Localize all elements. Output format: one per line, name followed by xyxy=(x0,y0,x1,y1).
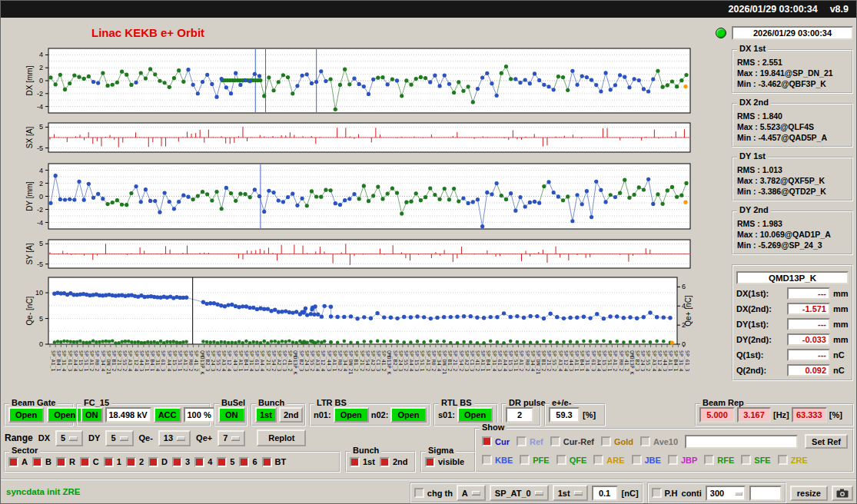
svg-text:SP_B4_1: SP_B4_1 xyxy=(485,350,491,371)
sector-2[interactable]: 2 xyxy=(126,457,144,467)
replot-button[interactable]: Replot xyxy=(257,429,306,446)
dropdown-value: 13 xyxy=(164,433,173,443)
svg-text:SP_44_3: SP_44_3 xyxy=(568,350,574,371)
show-ave10[interactable]: Ave10 xyxy=(640,436,678,446)
sector-5[interactable]: 5 xyxy=(217,457,234,467)
show-cur[interactable]: Cur xyxy=(482,436,510,446)
show-jbe[interactable]: JBE xyxy=(632,455,661,465)
sector-4[interactable]: 4 xyxy=(194,457,212,467)
stats-box-dx-2nd: DX 2ndRMS : 1.840Max : 5.523@QLF4SMin : … xyxy=(732,103,853,148)
show-rfe[interactable]: RFE xyxy=(704,455,734,465)
show-pfe[interactable]: PFE xyxy=(520,455,549,465)
resize-button[interactable]: resize xyxy=(790,486,828,501)
svg-text:SP_B2_3: SP_B2_3 xyxy=(634,350,640,371)
dropdown-value: 7 xyxy=(223,433,228,443)
svg-text:SP_31_4: SP_31_4 xyxy=(491,350,497,371)
checkbox-indicator xyxy=(425,457,435,467)
blank-field[interactable] xyxy=(749,486,782,501)
svg-text:SP_B4_1: SP_B4_1 xyxy=(673,350,679,371)
svg-text:SP_A2_3: SP_A2_3 xyxy=(276,350,282,371)
show-cur-ref[interactable]: Cur-Ref xyxy=(550,436,594,446)
checkbox-label: SFE xyxy=(754,456,770,465)
svg-text:SP_51_1: SP_51_1 xyxy=(513,350,519,371)
ltr-n01-open-button[interactable]: Open xyxy=(334,407,369,423)
svg-text:SP_41_2: SP_41_2 xyxy=(380,350,387,371)
sector-d[interactable]: D xyxy=(148,457,168,467)
bunch-1st-button[interactable]: 1st xyxy=(255,407,277,423)
checkbox-label: Ref xyxy=(530,437,543,446)
checkbox-indicator xyxy=(172,457,182,467)
bunch-group: Bunch 1st 2nd xyxy=(251,403,306,426)
bunch-dropdown[interactable]: 1st xyxy=(553,485,588,501)
svg-text:SP_A2_3: SP_A2_3 xyxy=(370,350,376,371)
svg-text:SP_R0_2: SP_R0_2 xyxy=(188,350,194,371)
range-dx-dropdown[interactable]: 5 xyxy=(55,430,83,446)
checkbox-label: 4 xyxy=(208,457,212,466)
sector-a[interactable]: A xyxy=(8,457,28,467)
fc15-acc-button[interactable]: ACC xyxy=(154,407,181,423)
range-qe-plus-dropdown[interactable]: 7 xyxy=(218,430,245,446)
show-qfe[interactable]: QFE xyxy=(556,455,587,465)
camera-button[interactable] xyxy=(832,486,853,501)
svg-text:SP_B4_1: SP_B4_1 xyxy=(149,350,155,371)
range-label: Range xyxy=(5,433,33,443)
svg-text:SP_44_3: SP_44_3 xyxy=(138,350,144,371)
fc15-on-button[interactable]: ON xyxy=(81,407,103,423)
range-qe-minus-dropdown[interactable]: 13 xyxy=(158,430,191,446)
rtl-s01-open-button[interactable]: Open xyxy=(457,407,493,423)
svg-text:SP_15_3: SP_15_3 xyxy=(507,350,513,371)
show-are[interactable]: ARE xyxy=(593,455,624,465)
range-dy-dropdown[interactable]: 5 xyxy=(105,430,133,446)
sector-c[interactable]: C xyxy=(80,457,99,467)
busel-on-button[interactable]: ON xyxy=(218,407,245,423)
optionmenu-indicator-icon xyxy=(231,436,240,440)
checkbox-label: A xyxy=(22,457,28,466)
bpm-dropdown[interactable]: SP_AT_0 xyxy=(490,485,549,501)
beam-gate-open-button-1[interactable]: Open xyxy=(8,407,44,423)
stats-box-dx-1st: DX 1stRMS : 2.551Max : 19.841@SP_DN_21Mi… xyxy=(732,49,853,94)
count-combobox[interactable]: 300 xyxy=(706,486,746,501)
bunch-2nd-button[interactable]: 2nd xyxy=(279,407,304,423)
checkbox-label: 1st xyxy=(363,457,375,466)
bunch-2nd[interactable]: 2nd xyxy=(380,457,408,467)
ref-name-input[interactable] xyxy=(685,435,798,449)
show-gold[interactable]: Gold xyxy=(601,436,633,446)
sector-bt[interactable]: BT xyxy=(262,457,287,467)
svg-text:SP_B4_1: SP_B4_1 xyxy=(243,350,249,371)
show-sfe[interactable]: SFE xyxy=(741,455,770,465)
checkbox-label: ZRE xyxy=(791,456,808,465)
svg-text:SP_41_2: SP_41_2 xyxy=(193,350,199,371)
threshold-field[interactable]: 0.1 xyxy=(592,486,618,501)
checkbox-indicator xyxy=(668,455,678,465)
set-ref-button[interactable]: Set Ref xyxy=(805,434,848,449)
checkbox-indicator xyxy=(380,457,390,467)
sector-1[interactable]: 1 xyxy=(104,457,121,467)
sector-3[interactable]: 3 xyxy=(172,457,190,467)
sector-dropdown[interactable]: A xyxy=(457,485,486,501)
statusbar-controls: chg th A SP_AT_0 1st 0.1 [nC] P.H conti … xyxy=(410,482,853,503)
ltr-n02-open-button[interactable]: Open xyxy=(390,407,426,423)
stats-min: Min : -4.457@QAD5P_A xyxy=(737,132,849,143)
sigma-visible[interactable]: visible xyxy=(425,457,464,467)
monitor-row: DX(1st):---mm xyxy=(736,287,849,300)
svg-text:SP_A3_4: SP_A3_4 xyxy=(127,350,133,371)
dr-pulse-field[interactable]: 2 xyxy=(506,407,533,423)
show-ref[interactable]: Ref xyxy=(517,436,543,446)
sector-6[interactable]: 6 xyxy=(239,457,257,467)
show-zre[interactable]: ZRE xyxy=(778,455,808,465)
chg-th-checkbox[interactable]: chg th xyxy=(414,488,453,498)
statusbar: syncdata init ZRE chg th A SP_AT_0 1st 0… xyxy=(1,479,856,504)
ph-checkbox[interactable]: P.H xyxy=(652,488,678,498)
stats-min: Min : -3.462@QBF3P_K xyxy=(737,78,849,89)
show-kbe[interactable]: KBE xyxy=(482,455,513,465)
svg-text:SP_C1_3: SP_C1_3 xyxy=(281,350,287,371)
range-dy-label: DY xyxy=(88,433,100,443)
checkbox-label: QFE xyxy=(570,456,587,465)
sector-b[interactable]: B xyxy=(32,457,51,467)
bpm-name-field[interactable]: QMD13P_K xyxy=(736,271,849,284)
sector-r[interactable]: R xyxy=(56,457,75,467)
bunch-1st[interactable]: 1st xyxy=(350,457,375,467)
show-jbp[interactable]: JBP xyxy=(668,455,697,465)
checkbox-label: 1 xyxy=(117,457,121,466)
monitor-row-unit: mm xyxy=(833,304,849,313)
